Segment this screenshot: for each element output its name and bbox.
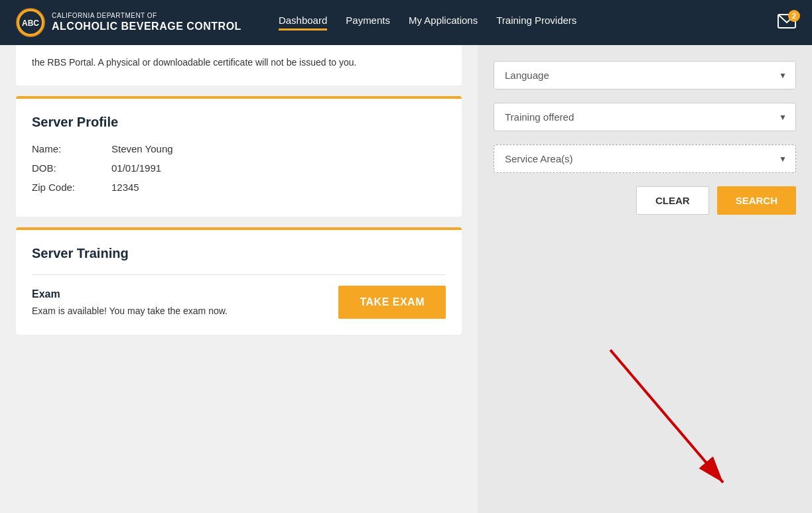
- server-profile-card: Server Profile Name: Steven Young DOB: 0…: [16, 96, 462, 217]
- nav-my-applications[interactable]: My Applications: [409, 15, 478, 30]
- language-select[interactable]: Language English Spanish: [494, 61, 796, 89]
- partial-card: the RBS Portal. A physical or downloadab…: [16, 45, 462, 86]
- service-area-select[interactable]: Service Area(s) Northern California Sout…: [494, 144, 796, 173]
- training-offered-select[interactable]: Training offered In-person Online: [494, 103, 796, 131]
- header-right: 2: [778, 14, 796, 31]
- exam-info: Exam Exam is available! You may take the…: [32, 288, 228, 316]
- language-select-wrapper: Language English Spanish: [494, 61, 796, 89]
- mail-icon-button[interactable]: 2: [778, 14, 796, 31]
- language-filter-group: Language English Spanish: [494, 61, 796, 89]
- main-nav: Dashboard Payments My Applications Train…: [279, 15, 756, 30]
- brand: ABC CALIFORNIA DEPARTMENT OF Alcoholic B…: [16, 8, 241, 37]
- nav-payments[interactable]: Payments: [346, 15, 390, 30]
- service-area-filter-group: Service Area(s) Northern California Sout…: [494, 144, 796, 173]
- take-exam-button[interactable]: TAKE EXAM: [338, 286, 446, 319]
- svg-text:ABC: ABC: [22, 19, 39, 28]
- clear-button[interactable]: CLEAR: [636, 186, 709, 215]
- header: ABC CALIFORNIA DEPARTMENT OF Alcoholic B…: [0, 0, 812, 45]
- training-offered-filter-group: Training offered In-person Online: [494, 103, 796, 131]
- profile-name-value: Steven Young: [111, 143, 173, 154]
- server-training-card: Server Training Exam Exam is available! …: [16, 227, 462, 335]
- svg-line-5: [610, 350, 723, 483]
- search-button[interactable]: SEARCH: [717, 186, 796, 215]
- profile-dob-row: DOB: 01/01/1991: [32, 162, 446, 174]
- nav-dashboard[interactable]: Dashboard: [279, 15, 327, 30]
- exam-row: Exam Exam is available! You may take the…: [32, 286, 446, 319]
- profile-zip-value: 12345: [111, 182, 139, 193]
- profile-name-row: Name: Steven Young: [32, 143, 446, 154]
- profile-dob-label: DOB:: [32, 162, 111, 174]
- section-divider: [32, 274, 446, 275]
- exam-title: Exam: [32, 288, 228, 300]
- logo-icon: ABC: [16, 8, 45, 37]
- profile-zip-label: Zip Code:: [32, 182, 111, 193]
- server-profile-title: Server Profile: [32, 115, 446, 130]
- right-panel: Language English Spanish Training offere…: [478, 45, 812, 513]
- brand-title: CALIFORNIA DEPARTMENT OF Alcoholic Bever…: [52, 12, 241, 32]
- profile-zip-row: Zip Code: 12345: [32, 182, 446, 193]
- training-offered-select-wrapper: Training offered In-person Online: [494, 103, 796, 131]
- exam-text: Exam is available! You may take the exam…: [32, 306, 228, 316]
- mail-badge: 2: [788, 10, 800, 22]
- partial-card-text: the RBS Portal. A physical or downloadab…: [32, 56, 446, 70]
- profile-dob-value: 01/01/1991: [111, 162, 161, 174]
- nav-training-providers[interactable]: Training Providers: [496, 15, 576, 30]
- main-content: the RBS Portal. A physical or downloadab…: [0, 45, 812, 513]
- filter-actions: CLEAR SEARCH: [494, 186, 796, 215]
- service-area-select-wrapper: Service Area(s) Northern California Sout…: [494, 144, 796, 173]
- profile-name-label: Name:: [32, 143, 111, 154]
- server-training-title: Server Training: [32, 246, 446, 261]
- left-panel: the RBS Portal. A physical or downloadab…: [0, 45, 478, 513]
